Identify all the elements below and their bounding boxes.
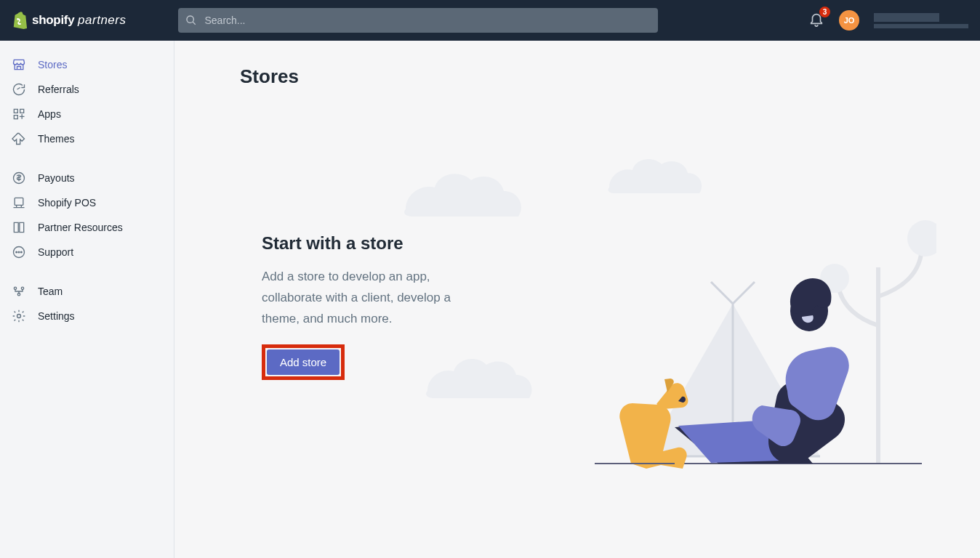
sidebar-item-label: Team [38, 286, 63, 297]
sidebar-item-themes[interactable]: Themes [0, 126, 174, 151]
sidebar-item-referrals[interactable]: Referrals [0, 77, 174, 102]
sidebar-item-stores[interactable]: Stores [0, 52, 174, 77]
user-meta-placeholder [874, 24, 968, 28]
sidebar-item-payouts[interactable]: Payouts [0, 166, 174, 190]
sidebar-item-label: Partner Resources [38, 222, 123, 233]
sidebar-item-label: Payouts [38, 172, 75, 184]
add-store-button[interactable]: Add store [267, 349, 340, 375]
user-menu[interactable] [874, 13, 968, 28]
main-content: Stores Start with a store Add a store to… [174, 41, 980, 558]
empty-state-text: Add a store to develop an app, collabora… [262, 267, 480, 330]
empty-state: Start with a store Add a store to develo… [174, 88, 480, 380]
sidebar-item-support[interactable]: Support [0, 240, 174, 264]
team-icon [12, 284, 26, 299]
empty-state-title: Start with a store [262, 233, 480, 254]
search-icon [185, 15, 197, 26]
referrals-icon [12, 82, 26, 97]
page-title: Stores [174, 41, 980, 88]
sidebar-item-apps[interactable]: Apps [0, 102, 174, 126]
sidebar-item-label: Settings [38, 310, 75, 322]
avatar[interactable]: JO [839, 10, 859, 31]
sidebar-item-team[interactable]: Team [0, 279, 174, 304]
user-name-placeholder [874, 13, 939, 22]
sidebar-item-label: Referrals [38, 84, 79, 95]
shopify-bag-icon [12, 12, 28, 29]
sidebar-item-label: Apps [38, 108, 61, 120]
logo-text-light: partners [78, 13, 126, 27]
resources-icon [12, 220, 26, 235]
sidebar-item-label: Support [38, 246, 73, 258]
store-icon [12, 57, 26, 72]
svg-point-7 [21, 287, 23, 289]
svg-point-8 [17, 294, 20, 296]
svg-point-4 [18, 251, 20, 253]
shopify-partners-logo[interactable]: shopify partners [12, 12, 126, 29]
pos-icon [12, 195, 26, 210]
sidebar-item-partner-resources[interactable]: Partner Resources [0, 215, 174, 240]
apps-icon [12, 107, 26, 121]
header-right: 3 JO [808, 10, 968, 31]
sidebar-item-label: Themes [38, 133, 75, 145]
sidebar: Stores Referrals Apps Themes Payouts Sho… [0, 41, 174, 558]
sidebar-item-label: Stores [38, 59, 67, 70]
svg-point-3 [16, 251, 17, 253]
svg-point-10 [907, 220, 936, 256]
support-icon [12, 245, 26, 259]
top-header: shopify partners 3 JO [0, 0, 980, 41]
logo-text-bold: shopify [32, 13, 74, 27]
svg-point-9 [17, 315, 21, 318]
themes-icon [12, 132, 26, 146]
search-input[interactable] [178, 8, 658, 33]
svg-rect-1 [15, 198, 23, 205]
notifications-button[interactable]: 3 [808, 11, 824, 30]
search-wrap [178, 8, 658, 33]
notification-badge: 3 [819, 7, 830, 17]
payouts-icon [12, 171, 26, 185]
sidebar-item-label: Shopify POS [38, 197, 96, 209]
add-store-highlight: Add store [262, 344, 345, 380]
sidebar-item-shopify-pos[interactable]: Shopify POS [0, 190, 174, 215]
svg-point-6 [14, 287, 16, 289]
gear-icon [12, 309, 26, 323]
svg-point-5 [21, 251, 23, 253]
sidebar-item-settings[interactable]: Settings [0, 304, 174, 328]
